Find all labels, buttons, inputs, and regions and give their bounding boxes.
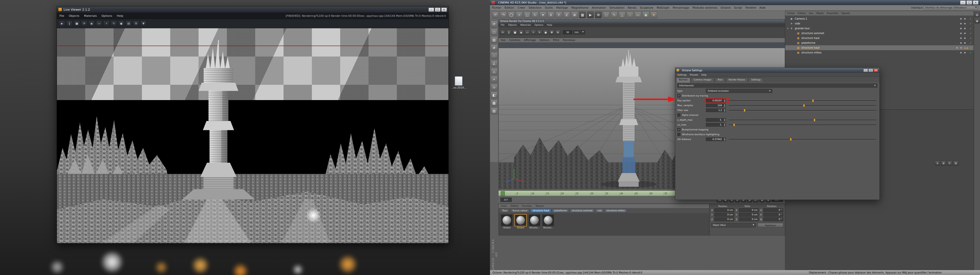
menu-item[interactable]: Fenêtre	[746, 6, 756, 9]
menu-item[interactable]: Filtre	[553, 39, 559, 41]
close-button[interactable]: ×	[441, 8, 447, 12]
interface-select[interactable]: Interface de démarrage (Utilisateur)▼	[924, 6, 978, 10]
maximize-button[interactable]: □	[435, 8, 441, 12]
expand-arrow-icon[interactable]: ▾	[788, 27, 791, 30]
maximize-button[interactable]: □	[966, 0, 972, 5]
spinner[interactable]: ▲▼	[723, 99, 726, 102]
visibility-dots[interactable]: ● ●	[960, 17, 967, 20]
tree-item[interactable]: structure haut ● ● ✓	[785, 36, 974, 41]
menu-item[interactable]: Options	[539, 39, 549, 41]
kernel-select[interactable]: Infochannels▼	[677, 84, 877, 88]
light-icon[interactable]: ☀	[650, 11, 657, 18]
enabled-check-icon[interactable]: ✓	[969, 22, 972, 25]
layer-chip[interactable]: structure milieu	[605, 209, 627, 212]
apply-button[interactable]: Appliquer	[758, 223, 783, 228]
lock-panel-icon[interactable]: ◉	[975, 18, 980, 24]
coordinate-field[interactable]: 0 °	[763, 208, 783, 212]
mode-dropdown[interactable]: spp▼	[573, 30, 585, 34]
tree-item[interactable]: vide ● ● ✓	[785, 21, 974, 26]
coordinate-field[interactable]: 0 cm	[714, 208, 734, 212]
material-item[interactable]: Structur...	[528, 215, 541, 229]
primitive-cube-icon[interactable]: ◻	[603, 11, 610, 18]
layout-tab-icon[interactable]: ▤	[975, 12, 980, 17]
filter-button[interactable]: Aucun valeur	[511, 209, 530, 212]
floor-icon[interactable]: ▭	[635, 11, 641, 18]
film-settings-icon[interactable]: ▤	[126, 21, 132, 27]
menu-item[interactable]: Personnage	[673, 6, 689, 9]
close-button[interactable]: ×	[973, 0, 978, 5]
menu-item[interactable]: Créer	[501, 205, 507, 207]
coordinate-field[interactable]: 0 cm	[714, 217, 734, 221]
lock-resolution-icon[interactable]: ◉	[519, 30, 524, 35]
menu-item[interactable]: Édition	[511, 205, 519, 207]
menu-item[interactable]: Simulation	[609, 6, 625, 9]
workplane-mode-icon[interactable]: #	[491, 44, 498, 51]
filter-button[interactable]: Tous	[500, 209, 509, 212]
slider[interactable]	[729, 118, 877, 122]
material-item[interactable]: Octane	[514, 215, 527, 229]
clay-mode-icon[interactable]: ●	[543, 30, 548, 35]
enabled-check-icon[interactable]: ✓	[969, 32, 972, 35]
close-button[interactable]: ×	[873, 69, 878, 72]
checkbox[interactable]	[677, 114, 680, 117]
menu-item[interactable]: MoGraph	[657, 6, 670, 9]
undo-icon[interactable]: ↶	[492, 11, 499, 18]
polygons-mode-icon[interactable]: △	[491, 68, 498, 75]
slider[interactable]	[729, 123, 877, 126]
visibility-dots[interactable]: ● ●	[960, 51, 967, 54]
points-mode-icon[interactable]: ∴	[491, 52, 498, 59]
rotate-view-icon[interactable]: ↻	[947, 161, 952, 166]
menu-item[interactable]: Propriétés	[827, 12, 838, 14]
menu-item[interactable]: Outils	[545, 6, 553, 9]
live-selection-icon[interactable]: ◯	[508, 11, 515, 18]
material-item[interactable]: Octane	[501, 215, 513, 229]
stop-icon[interactable]: ■	[74, 21, 80, 27]
tree-item[interactable]: ▾ grande tour ● ● ✓	[785, 26, 974, 31]
menu-item[interactable]: Fonction	[522, 205, 532, 207]
dialog-tab[interactable]: Kernels	[676, 77, 690, 82]
menu-item[interactable]: Animation	[592, 6, 606, 9]
menu-item[interactable]: Modules externes	[692, 6, 717, 9]
tree-item[interactable]: structure milieu ● ● ✓	[785, 50, 974, 55]
menu-item[interactable]: Édition	[504, 6, 514, 9]
menu-item[interactable]: Panneaux	[563, 39, 575, 41]
edges-mode-icon[interactable]: ∠	[491, 60, 498, 67]
rotate-tool-icon[interactable]: ↻	[531, 11, 538, 18]
move-tool-icon[interactable]: ✛	[516, 11, 523, 18]
scale-tool-icon[interactable]: ◱	[524, 11, 531, 18]
menu-item[interactable]: Rendu	[628, 6, 637, 9]
slider[interactable]	[729, 138, 877, 141]
make-editable-icon[interactable]: ⟳	[491, 21, 498, 27]
minimize-button[interactable]: –	[428, 8, 434, 12]
desktop-icon[interactable]: ...os-2014...	[450, 76, 468, 89]
coordinate-field[interactable]: 0 cm	[739, 217, 759, 221]
layer-chip[interactable]: structure haut	[531, 209, 551, 212]
slider[interactable]	[729, 104, 877, 107]
slider[interactable]	[729, 99, 877, 102]
menu-item[interactable]: Affichage	[524, 39, 536, 41]
menu-item[interactable]: Texture	[535, 205, 544, 207]
live-viewer-titlebar[interactable]: Live Viewer 2.1.2 – □ ×	[57, 6, 449, 13]
menu-item[interactable]: Sélection	[528, 6, 542, 9]
tree-item[interactable]: Camera.1 ● ● ✓	[785, 16, 974, 21]
save-image-icon[interactable]: ▼	[140, 21, 146, 27]
value-field[interactable]: 1.2	[706, 109, 723, 112]
toggle-view-icon[interactable]: ⊞	[953, 161, 958, 166]
pause-icon[interactable]: ‖	[66, 21, 73, 27]
menu-item[interactable]: Caméras	[509, 39, 520, 41]
tree-item[interactable]: structure haut ● ● ▲ ▲ ✓	[785, 45, 974, 50]
region-render-icon[interactable]: ▭	[525, 30, 530, 35]
enabled-check-icon[interactable]: ✓	[969, 37, 972, 40]
layer-chip[interactable]: structure sommet	[570, 209, 595, 212]
viewport-solo-icon[interactable]: ◧	[491, 92, 498, 98]
region-render-icon[interactable]: ▭	[96, 21, 102, 27]
lock-z-axis-icon[interactable]: Z	[563, 11, 570, 18]
enabled-check-icon[interactable]: ✓	[969, 47, 972, 49]
menu-item[interactable]: Fichier	[492, 6, 501, 9]
render-view-icon[interactable]: ▦	[579, 11, 586, 18]
visibility-dots[interactable]: ● ●	[960, 32, 967, 34]
visibility-dots[interactable]: ● ●	[960, 27, 967, 30]
menu-item[interactable]: Vue	[809, 12, 813, 14]
model-mode-icon[interactable]: ◻	[491, 28, 498, 35]
menu-item[interactable]: Magnétisme	[571, 6, 589, 9]
